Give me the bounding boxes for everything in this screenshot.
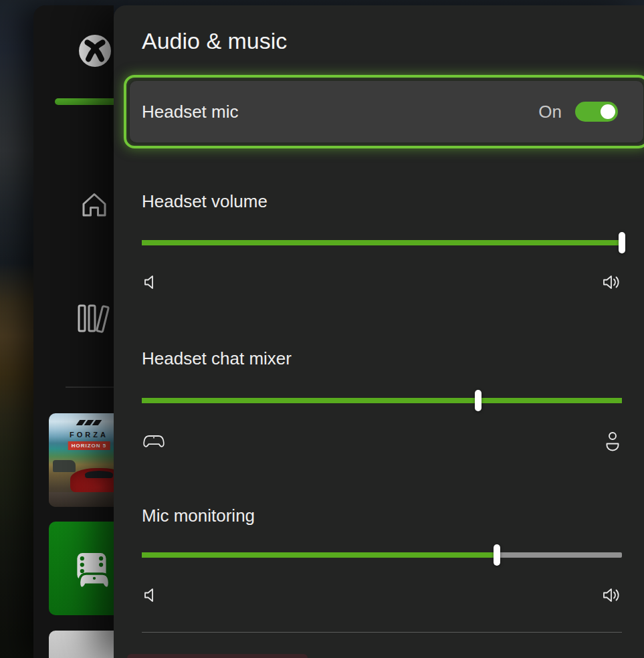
slider-handle[interactable] <box>494 544 500 566</box>
speaker-loud-icon <box>602 273 622 292</box>
focus-ring: Headset mic On <box>124 75 644 148</box>
guide-sidebar: FORZA HORIZON 5 <box>33 5 114 658</box>
forza-tile-subtitle: HORIZON 5 <box>68 441 110 450</box>
xbox-logo-icon[interactable] <box>78 34 112 68</box>
section-divider <box>142 632 622 633</box>
mic-monitoring-label: Mic monitoring <box>142 506 255 526</box>
headset-volume-slider[interactable] <box>142 240 622 245</box>
sidebar-divider <box>66 387 116 388</box>
home-icon[interactable] <box>78 189 110 221</box>
speaker-mute-icon <box>142 586 160 605</box>
headset-mic-row[interactable]: Headset mic On <box>130 81 643 142</box>
captures-media-icon <box>74 550 115 592</box>
forza-emblem-icon <box>78 420 100 425</box>
toggle-knob <box>601 104 615 119</box>
headset-mic-label: Headset mic <box>142 102 538 122</box>
toggle-state-label: On <box>538 102 562 122</box>
xbox-guide-overlay: FORZA HORIZON 5 Audio & music <box>0 0 644 658</box>
next-section-partial <box>127 654 308 658</box>
audio-music-panel: Audio & music Headset mic On Headset vol… <box>114 5 644 658</box>
speaker-mute-icon <box>142 273 160 292</box>
library-icon[interactable] <box>76 301 112 336</box>
controller-icon <box>142 432 166 451</box>
speaker-loud-icon <box>602 586 622 605</box>
headset-mic-toggle[interactable] <box>575 102 618 122</box>
headset-volume-label: Headset volume <box>142 191 267 212</box>
chat-mixer-slider[interactable] <box>142 398 622 403</box>
person-icon <box>603 431 622 452</box>
chat-mixer-label: Headset chat mixer <box>142 348 292 369</box>
slider-handle[interactable] <box>619 232 625 253</box>
panel-title: Audio & music <box>142 28 287 54</box>
mic-monitoring-slider[interactable] <box>142 552 622 558</box>
slider-handle[interactable] <box>475 390 481 411</box>
